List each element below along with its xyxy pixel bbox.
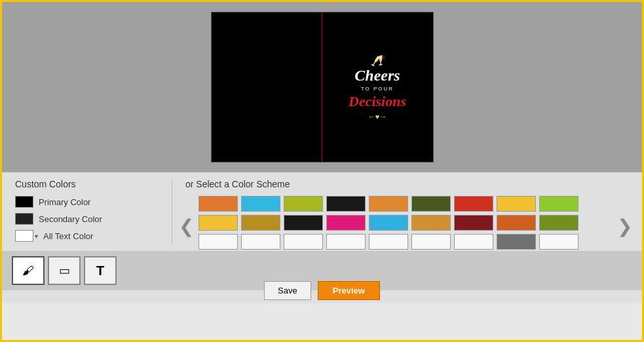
scheme-swatch-6-top[interactable] bbox=[411, 196, 451, 212]
scheme-swatch-1-bot[interactable] bbox=[199, 234, 238, 250]
scheme-swatch-8-bot[interactable] bbox=[497, 234, 536, 250]
scheme-swatch-2-bot[interactable] bbox=[241, 234, 280, 250]
card-left-panel bbox=[212, 12, 322, 162]
scheme-swatch-6-mid[interactable] bbox=[411, 215, 451, 231]
scheme-swatch-7-top[interactable] bbox=[454, 196, 493, 212]
color-scheme-wrapper: ❮ bbox=[185, 196, 629, 251]
text-color-dropdown[interactable]: ▾ bbox=[15, 230, 38, 242]
primary-color-label: Primary Color bbox=[39, 197, 90, 207]
scheme-swatch-8-mid[interactable] bbox=[497, 215, 536, 231]
scheme-swatch-2-top[interactable] bbox=[241, 196, 280, 212]
scheme-swatch-3-bot[interactable] bbox=[284, 234, 323, 250]
paint-icon: 🖌 bbox=[22, 264, 34, 278]
scheme-swatch-2-mid[interactable] bbox=[241, 215, 280, 231]
save-button[interactable]: Save bbox=[264, 281, 311, 300]
scheme-swatch-3-top[interactable] bbox=[284, 196, 323, 212]
scheme-swatch-9-bot[interactable] bbox=[539, 234, 578, 250]
text-icon: T bbox=[96, 263, 104, 278]
color-section: Custom Colors Primary Color Secondary Co… bbox=[2, 172, 642, 251]
scheme-swatch-7-bot[interactable] bbox=[454, 234, 493, 250]
scheme-swatches bbox=[199, 196, 580, 251]
scheme-swatch-1-top[interactable] bbox=[199, 196, 238, 212]
scheme-swatch-8-top[interactable] bbox=[497, 196, 536, 212]
card-preview: 🥂 Cheers TO POUR Decisions ←♥→ bbox=[211, 12, 434, 162]
secondary-color-row: Secondary Color bbox=[15, 213, 159, 225]
decisions-label: Decisions bbox=[349, 93, 406, 110]
primary-color-row: Primary Color bbox=[15, 196, 159, 208]
arrow-decoration: ←♥→ bbox=[349, 113, 406, 121]
preview-button[interactable]: Preview bbox=[318, 281, 380, 300]
scheme-swatch-5-top[interactable] bbox=[369, 196, 408, 212]
cheers-label: 🥂 Cheers bbox=[349, 54, 406, 85]
secondary-color-swatch[interactable] bbox=[15, 213, 33, 225]
scheme-swatch-9-mid[interactable] bbox=[539, 215, 578, 231]
scheme-swatch-4-bot[interactable] bbox=[326, 234, 366, 250]
text-tool-button[interactable]: T bbox=[84, 256, 117, 285]
scheme-swatch-9-top[interactable] bbox=[539, 196, 578, 212]
text-color-label: All Text Color bbox=[43, 231, 93, 241]
next-scheme-button[interactable]: ❯ bbox=[617, 216, 632, 237]
text-color-arrow[interactable]: ▾ bbox=[35, 233, 38, 240]
to-pour-label: TO POUR bbox=[349, 86, 406, 92]
custom-colors-panel: Custom Colors Primary Color Secondary Co… bbox=[15, 179, 172, 244]
scheme-swatch-1-mid[interactable] bbox=[199, 215, 238, 231]
secondary-color-label: Secondary Color bbox=[39, 214, 102, 224]
card-text-art: 🥂 Cheers TO POUR Decisions ←♥→ bbox=[343, 49, 411, 126]
scheme-grid bbox=[199, 196, 580, 251]
scheme-swatch-4-mid[interactable] bbox=[326, 215, 366, 231]
paint-tool-button[interactable]: 🖌 bbox=[12, 256, 45, 285]
scheme-swatch-3-mid[interactable] bbox=[284, 215, 323, 231]
scheme-swatch-5-mid[interactable] bbox=[369, 215, 408, 231]
scheme-swatch-4-top[interactable] bbox=[326, 196, 366, 212]
scheme-swatch-5-bot[interactable] bbox=[369, 234, 408, 250]
color-scheme-title: or Select a Color Scheme bbox=[185, 179, 629, 189]
text-color-swatch bbox=[15, 230, 33, 242]
layout-tool-button[interactable]: ▭ bbox=[48, 256, 81, 285]
bottom-panel: Custom Colors Primary Color Secondary Co… bbox=[2, 172, 642, 277]
layout-icon: ▭ bbox=[59, 263, 70, 278]
primary-color-swatch[interactable] bbox=[15, 196, 33, 208]
prev-scheme-button[interactable]: ❮ bbox=[179, 216, 194, 237]
color-scheme-panel: or Select a Color Scheme ❮ bbox=[172, 179, 629, 244]
text-color-row: ▾ All Text Color bbox=[15, 230, 159, 242]
scheme-swatch-7-mid[interactable] bbox=[454, 215, 493, 231]
canvas-area: 🥂 Cheers TO POUR Decisions ←♥→ bbox=[2, 2, 642, 172]
custom-colors-title: Custom Colors bbox=[15, 179, 159, 189]
card-right-panel: 🥂 Cheers TO POUR Decisions ←♥→ bbox=[322, 12, 433, 162]
scheme-swatch-6-bot[interactable] bbox=[411, 234, 451, 250]
